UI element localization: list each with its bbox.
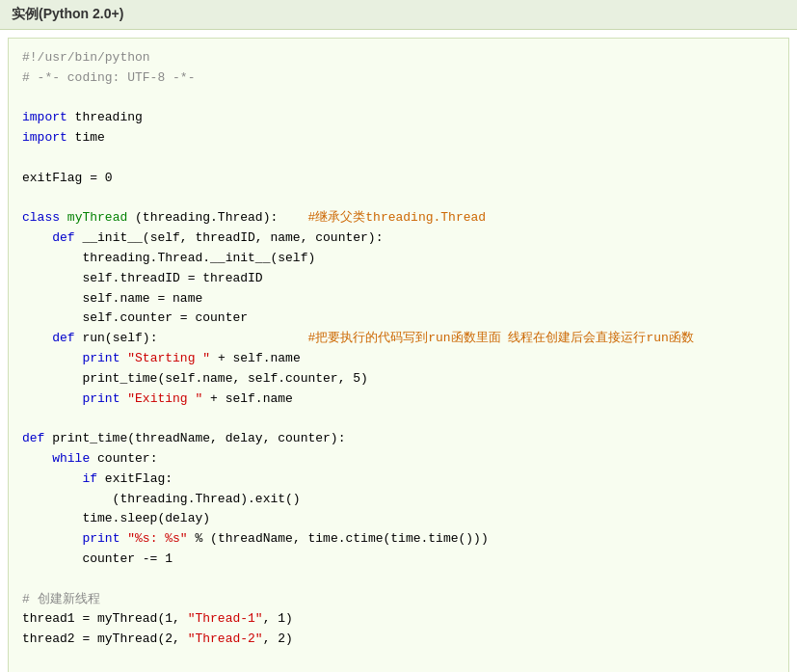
blank-6 — [22, 650, 775, 670]
blank-1 — [22, 89, 775, 109]
line-25: print "%s: %s" % (threadName, time.ctime… — [22, 529, 775, 550]
line-2: # -*- coding: UTF-8 -*- — [22, 68, 775, 89]
line-11: threading.Thread.__init__(self) — [22, 249, 775, 269]
line-29: thread1 = myThread(1, "Thread-1", 1) — [22, 609, 775, 630]
line-26: counter -= 1 — [22, 550, 775, 570]
line-5: import time — [22, 128, 775, 148]
line-13: self.name = name — [22, 289, 775, 309]
line-18: print "Exiting " + self.name — [22, 390, 775, 410]
line-10: def __init__(self, threadID, name, count… — [22, 228, 775, 249]
line-12: self.threadID = threadID — [22, 269, 775, 289]
blank-3 — [22, 189, 775, 209]
page-title: 实例(Python 2.0+) — [0, 0, 797, 30]
blank-5 — [22, 570, 775, 590]
line-24: time.sleep(delay) — [22, 509, 775, 529]
blank-4 — [22, 409, 775, 429]
line-22: if exitFlag: — [22, 470, 775, 490]
blank-2 — [22, 148, 775, 169]
line-7: exitFlag = 0 — [22, 169, 775, 189]
line-9: class myThread (threading.Thread): #继承父类… — [22, 208, 775, 228]
line-16: print "Starting " + self.name — [22, 349, 775, 369]
line-30: thread2 = myThread(2, "Thread-2", 2) — [22, 630, 775, 650]
code-block: #!/usr/bin/python # -*- coding: UTF-8 -*… — [8, 38, 789, 672]
line-23: (threading.Thread).exit() — [22, 490, 775, 510]
line-1: #!/usr/bin/python — [22, 48, 775, 68]
line-15: def run(self): #把要执行的代码写到run函数里面 线程在创建后会… — [22, 329, 775, 349]
line-20: def print_time(threadName, delay, counte… — [22, 429, 775, 449]
line-4: import threading — [22, 108, 775, 128]
line-28: # 创建新线程 — [22, 590, 775, 610]
line-21: while counter: — [22, 449, 775, 470]
line-17: print_time(self.name, self.counter, 5) — [22, 369, 775, 390]
line-14: self.counter = counter — [22, 309, 775, 329]
